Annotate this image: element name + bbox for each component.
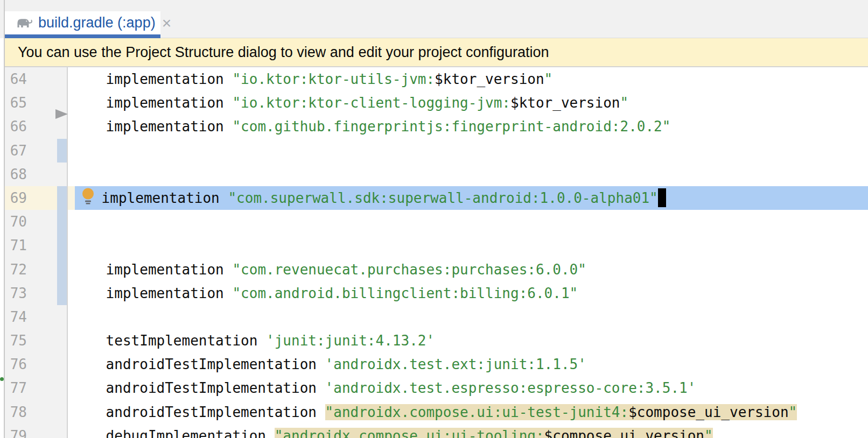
- code-line-content[interactable]: debugImplementation "androidx.compose.ui…: [68, 424, 868, 438]
- tab-build-gradle-app[interactable]: build.gradle (:app) ×: [5, 11, 160, 38]
- code-token: implementation: [72, 118, 232, 135]
- code-line[interactable]: 71: [5, 234, 868, 257]
- line-number: 77: [5, 376, 27, 400]
- vcs-change-marker[interactable]: [57, 234, 67, 257]
- line-number: 76: [5, 352, 27, 376]
- gutter-run-triangle-icon[interactable]: [55, 109, 68, 119]
- code-line[interactable]: 65 implementation "io.ktor:ktor-client-l…: [5, 91, 868, 115]
- code-line[interactable]: 79 debugImplementation "androidx.compose…: [5, 424, 868, 438]
- window-left-edge-top: [0, 0, 4, 38]
- gutter-cell[interactable]: 72: [5, 258, 68, 281]
- gutter-cell[interactable]: 68: [5, 163, 68, 186]
- code-token: testImplementation: [72, 333, 266, 349]
- code-token: androidTestImplementation: [72, 404, 325, 420]
- gutter-cell[interactable]: 75: [5, 329, 68, 352]
- code-lines: 64 implementation "io.ktor:ktor-utils-jv…: [5, 67, 868, 438]
- line-number: 78: [5, 400, 27, 424]
- vcs-change-marker[interactable]: [57, 139, 67, 163]
- gutter-cell[interactable]: 74: [5, 305, 68, 329]
- code-line-content[interactable]: androidTestImplementation 'androidx.test…: [68, 352, 868, 376]
- code-line-content[interactable]: implementation "com.revenuecat.purchases…: [68, 258, 868, 281]
- code-line-content[interactable]: androidTestImplementation "androidx.comp…: [68, 400, 868, 424]
- vcs-change-marker[interactable]: [57, 210, 67, 234]
- line-number: 75: [5, 329, 27, 352]
- code-token: "io.ktor:ktor-utils-jvm:: [232, 71, 435, 87]
- code-line-content[interactable]: implementation "io.ktor:ktor-client-logg…: [68, 91, 868, 115]
- line-number: 67: [5, 139, 27, 163]
- vcs-change-marker[interactable]: [57, 186, 67, 210]
- gutter-cell[interactable]: 69: [5, 186, 68, 210]
- ide-main-area: build.gradle (:app) × You can use the Pr…: [5, 0, 868, 438]
- code-token: implementation: [72, 95, 232, 111]
- code-token: implementation: [72, 71, 232, 87]
- code-line-content[interactable]: [68, 305, 868, 329]
- code-line[interactable]: 74: [5, 305, 868, 329]
- intention-bulb-icon[interactable]: [80, 188, 96, 206]
- code-token: androidTestImplementation: [72, 356, 325, 372]
- project-structure-notification-banner: You can use the Project Structure dialog…: [5, 38, 868, 67]
- code-line[interactable]: 76 androidTestImplementation 'androidx.t…: [5, 352, 868, 376]
- vcs-change-marker[interactable]: [57, 258, 67, 281]
- gutter-cell[interactable]: 78: [5, 400, 68, 424]
- code-line[interactable]: 72 implementation "com.revenuecat.purcha…: [5, 258, 868, 281]
- code-line-content[interactable]: [68, 234, 868, 257]
- gutter-cell[interactable]: 64: [5, 67, 68, 91]
- code-line[interactable]: 69 implementation "com.superwall.sdk:sup…: [5, 186, 868, 210]
- vcs-change-marker[interactable]: [57, 281, 67, 305]
- gutter-cell[interactable]: 77: [5, 376, 68, 400]
- code-line-content[interactable]: [68, 139, 868, 163]
- code-line[interactable]: 67: [5, 139, 868, 163]
- code-token: $compose_ui_version: [544, 428, 704, 438]
- code-line[interactable]: 64 implementation "io.ktor:ktor-utils-jv…: [5, 67, 868, 91]
- gutter-cell[interactable]: 70: [5, 210, 68, 234]
- code-token: debugImplementation: [72, 428, 275, 438]
- code-line[interactable]: 70: [5, 210, 868, 234]
- code-token: implementation: [72, 285, 232, 301]
- code-line[interactable]: 73 implementation "com.android.billingcl…: [5, 281, 868, 305]
- code-line-content[interactable]: testImplementation 'junit:junit:4.13.2': [68, 329, 868, 352]
- code-line-content[interactable]: implementation "com.android.billingclien…: [68, 281, 868, 305]
- gradle-elephant-icon: [15, 17, 32, 29]
- code-token: $compose_ui_version: [628, 404, 788, 420]
- gutter-cell[interactable]: 67: [5, 139, 68, 163]
- edge-green-dot: [0, 377, 4, 381]
- line-number: 72: [5, 258, 27, 281]
- code-line[interactable]: 78 androidTestImplementation "androidx.c…: [5, 400, 868, 424]
- code-token: $ktor_version: [510, 95, 620, 111]
- code-token: $ktor_version: [435, 71, 544, 87]
- code-line-content[interactable]: implementation "com.github.fingerprintjs…: [68, 115, 868, 138]
- code-line-content[interactable]: implementation "com.superwall.sdk:superw…: [68, 186, 868, 210]
- banner-message: You can use the Project Structure dialog…: [18, 44, 549, 61]
- text-cursor: [658, 188, 666, 207]
- code-line-content[interactable]: implementation "io.ktor:ktor-utils-jvm:$…: [68, 67, 868, 91]
- gutter-cell[interactable]: 73: [5, 281, 68, 305]
- code-line[interactable]: 68: [5, 163, 868, 186]
- line-number: 79: [5, 424, 27, 438]
- code-token: implementation: [72, 262, 232, 278]
- code-line[interactable]: 66 implementation "com.github.fingerprin…: [5, 115, 868, 138]
- code-token: "androidx.compose.ui:ui-tooling:: [275, 428, 544, 438]
- gutter-cell[interactable]: 79: [5, 424, 68, 438]
- code-token: 'junit:junit:4.13.2': [266, 333, 435, 349]
- code-token: ": [620, 95, 628, 111]
- gutter-cell[interactable]: 71: [5, 234, 68, 257]
- code-token: "androidx.compose.ui:ui-test-junit4:: [325, 404, 629, 420]
- editor-tab-bar: build.gradle (:app) ×: [5, 0, 868, 38]
- window-left-edge: [0, 0, 5, 438]
- code-token: androidTestImplementation: [72, 380, 325, 396]
- line-number: 69: [5, 186, 27, 210]
- tab-title: build.gradle (:app): [38, 15, 156, 31]
- code-token: ": [789, 404, 797, 420]
- code-line[interactable]: 77 androidTestImplementation 'androidx.t…: [5, 376, 868, 400]
- code-token: "com.revenuecat.purchases:purchases:6.0.…: [232, 262, 586, 278]
- gutter-cell[interactable]: 76: [5, 352, 68, 376]
- code-line[interactable]: 75 testImplementation 'junit:junit:4.13.…: [5, 329, 868, 352]
- code-line-content[interactable]: androidTestImplementation 'androidx.test…: [68, 376, 868, 400]
- line-number: 64: [5, 67, 27, 91]
- code-line-content[interactable]: [68, 210, 868, 234]
- code-editor[interactable]: 64 implementation "io.ktor:ktor-utils-jv…: [5, 67, 868, 438]
- tab-close-icon[interactable]: ×: [162, 15, 172, 31]
- code-token: "com.superwall.sdk:superwall-android:1.0…: [228, 190, 657, 206]
- code-line-content[interactable]: [68, 163, 868, 186]
- code-token: ": [544, 71, 553, 87]
